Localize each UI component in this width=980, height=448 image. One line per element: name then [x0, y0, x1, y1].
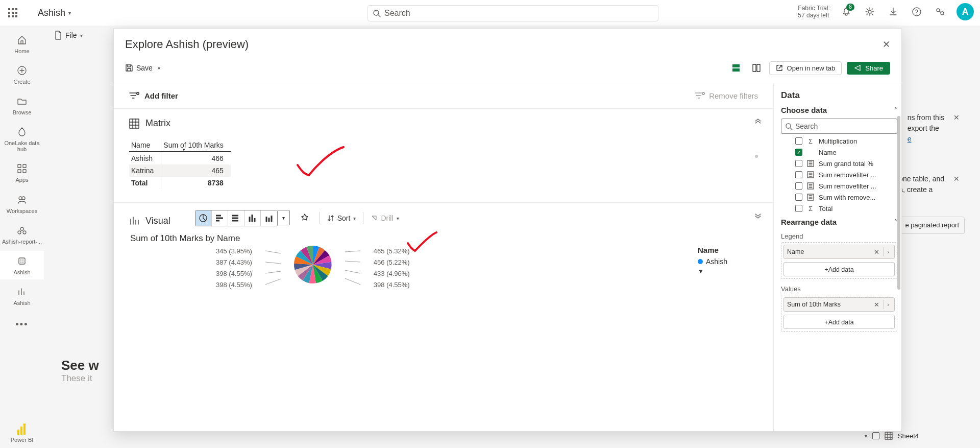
svg-point-0: [374, 10, 379, 15]
sort-button[interactable]: Sort ▾: [327, 214, 356, 222]
explore-canvas: Add filter Remove filters Matrix: [114, 83, 774, 431]
checkbox[interactable]: ✓: [795, 149, 802, 156]
rail-powerbi[interactable]: Power BI: [11, 423, 34, 448]
field-item[interactable]: Sum with remove...: [781, 193, 897, 201]
matrix-col-name[interactable]: Name: [129, 139, 161, 152]
remove-icon[interactable]: ✕: [871, 248, 883, 256]
chart-type-column[interactable]: [244, 210, 261, 226]
close-icon[interactable]: ✕: [883, 39, 890, 50]
data-labels-left: 345 (3.95%) 387 (4.43%) 398 (4.55%) 398 …: [216, 246, 252, 291]
folder-icon: [16, 95, 28, 107]
collapse-down-icon[interactable]: [754, 212, 762, 222]
field-item[interactable]: ✓Name: [781, 148, 897, 156]
field-item[interactable]: ΣMultiplication: [781, 137, 897, 145]
rail-home[interactable]: Home: [0, 30, 44, 58]
svg-line-33: [265, 271, 281, 273]
file-icon: [54, 31, 62, 40]
trial-status[interactable]: Fabric Trial: 57 days left: [798, 5, 830, 19]
field-item[interactable]: ΣTotal: [781, 204, 897, 213]
rail-apps[interactable]: Apps: [0, 158, 44, 187]
rail-recent-2[interactable]: Ashish: [0, 251, 44, 279]
svg-rect-9: [23, 164, 26, 168]
download-icon[interactable]: [886, 5, 900, 19]
pie-chart-visual[interactable]: 345 (3.95%) 387 (4.43%) 398 (4.55%) 398 …: [216, 246, 758, 292]
matrix-visual[interactable]: Name Sum of 10th Marks Ashish466 Katrina…: [129, 139, 758, 189]
chart-legend: Name Ashish ▼: [698, 246, 727, 275]
rail-workspaces[interactable]: Workspaces: [0, 190, 44, 218]
account-avatar[interactable]: A: [957, 3, 974, 20]
app-launcher-icon[interactable]: [8, 8, 17, 17]
rail-create[interactable]: Create: [0, 60, 44, 89]
notifications-icon[interactable]: 8: [839, 5, 853, 19]
field-item[interactable]: Sum removefilter ...: [781, 182, 897, 190]
save-button[interactable]: Save: [125, 64, 153, 72]
feedback-icon[interactable]: [933, 5, 947, 19]
workspace-switcher[interactable]: Ashish ▾: [38, 8, 71, 18]
suggest-visual-icon[interactable]: [297, 210, 312, 226]
add-data-button[interactable]: +Add data: [783, 262, 895, 276]
checkbox[interactable]: [795, 160, 802, 167]
chart-type-more[interactable]: ▾: [278, 210, 290, 225]
global-search[interactable]: Search: [368, 5, 658, 21]
chevron-right-icon[interactable]: ›: [885, 301, 891, 308]
checkbox[interactable]: [795, 182, 802, 190]
checkbox[interactable]: [795, 205, 802, 212]
scrollbar-thumb[interactable]: [897, 116, 900, 290]
share-button[interactable]: Share: [847, 62, 890, 75]
chart-type-bar-h[interactable]: [212, 210, 228, 226]
rail-more[interactable]: •••: [16, 312, 29, 337]
legend-item[interactable]: Ashish: [698, 257, 727, 266]
chart-type-column-stacked[interactable]: [261, 210, 277, 226]
checkbox[interactable]: [872, 432, 879, 439]
sigma-icon: Σ: [806, 204, 815, 213]
chevron-right-icon[interactable]: ›: [885, 249, 891, 255]
field-pill-sum[interactable]: Sum of 10th Marks ✕ ›: [783, 297, 895, 312]
field-item[interactable]: Sum removefilter ...: [781, 171, 897, 179]
rail-recent-3[interactable]: Ashish: [0, 281, 44, 310]
checkbox[interactable]: [795, 137, 802, 145]
svg-point-6: [941, 12, 944, 15]
rail-browse[interactable]: Browse: [0, 91, 44, 120]
svg-rect-17: [19, 258, 25, 264]
legend-well[interactable]: Name ✕ › +Add data: [781, 242, 897, 279]
add-filter-button[interactable]: Add filter: [129, 91, 178, 100]
measure-icon: [806, 171, 815, 179]
chevron-down-icon: ▾: [865, 433, 867, 439]
left-nav-rail: Home Create Browse OneLake data hub Apps…: [0, 26, 44, 448]
rail-recent-1[interactable]: Ashish-report-...: [0, 220, 44, 249]
field-item[interactable]: Sum grand total %: [781, 159, 897, 168]
choose-data-header[interactable]: Choose data ˄: [781, 106, 897, 114]
field-pill-name[interactable]: Name ✕ ›: [783, 245, 895, 259]
values-well[interactable]: Sum of 10th Marks ✕ › +Add data: [781, 295, 897, 332]
checkbox[interactable]: [795, 194, 802, 201]
add-data-button[interactable]: +Add data: [783, 315, 895, 329]
layout-stacked-icon[interactable]: [728, 60, 744, 76]
resize-handle-icon[interactable]: [755, 155, 758, 158]
collapse-up-icon[interactable]: [754, 118, 762, 128]
remove-icon[interactable]: ✕: [871, 301, 883, 309]
rail-onelake[interactable]: OneLake data hub: [0, 122, 44, 156]
save-dropdown[interactable]: ▾: [158, 65, 160, 71]
help-icon[interactable]: [910, 5, 924, 19]
svg-line-36: [345, 261, 360, 262]
chart-type-pie[interactable]: [195, 210, 212, 226]
close-icon[interactable]: ✕: [953, 174, 960, 184]
table-row[interactable]: Katrina465: [129, 164, 231, 177]
file-menu[interactable]: File ▾: [50, 29, 87, 42]
matrix-icon: [129, 119, 139, 129]
chart-type-bar-stacked[interactable]: [228, 210, 244, 226]
open-new-tab-button[interactable]: Open in new tab: [769, 61, 842, 75]
rearrange-data-header[interactable]: Rearrange data ˄: [781, 218, 897, 226]
close-icon[interactable]: ✕: [953, 112, 960, 123]
layout-side-icon[interactable]: [749, 60, 764, 76]
legend-more[interactable]: ▼: [698, 268, 727, 275]
matrix-section: Matrix Name Sum of 10th Marks Ashish466: [114, 109, 773, 203]
settings-icon[interactable]: [863, 5, 877, 19]
svg-rect-26: [757, 64, 760, 72]
bg-paginated-button[interactable]: e paginated report: [899, 217, 965, 234]
checkbox[interactable]: [795, 171, 802, 178]
table-row[interactable]: Ashish466: [129, 152, 231, 164]
sheet-item[interactable]: ▾ Sheet4: [865, 432, 919, 440]
field-search[interactable]: Search: [781, 119, 897, 134]
matrix-col-sum[interactable]: Sum of 10th Marks: [161, 139, 231, 152]
